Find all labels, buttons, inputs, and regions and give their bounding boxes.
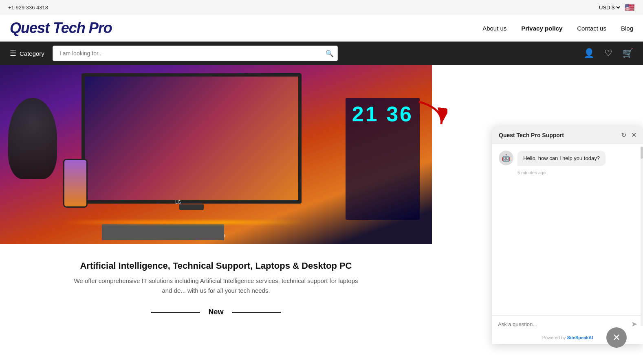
divider-line-right (232, 312, 281, 313)
chat-timestamp: 5 minutes ago (517, 170, 636, 175)
category-label: Category (20, 50, 44, 57)
chat-scrollbar[interactable] (641, 147, 643, 326)
nav-about[interactable]: About us (482, 25, 506, 32)
main-content: Artificial Intelligence, Technical Suppo… (0, 244, 432, 329)
nav-privacy[interactable]: Privacy policy (521, 25, 562, 32)
category-button[interactable]: ☰ Category (10, 49, 44, 58)
section-new-label: New (208, 308, 223, 316)
phone-number: +1 929 336 4318 (8, 4, 48, 11)
chat-bot-avatar: 🤖 (499, 151, 513, 165)
search-icon: 🔍 (326, 50, 334, 57)
chat-widget: Quest Tech Pro Support ↻ ✕ 🤖 Hello, how … (492, 126, 643, 344)
search-wrapper: 🔍 (53, 46, 338, 61)
bot-emoji: 🤖 (502, 153, 511, 162)
main-nav: About us Privacy policy Contact us Blog (482, 25, 633, 32)
chat-input[interactable] (498, 321, 628, 327)
chat-close-button[interactable]: ✕ (631, 131, 636, 139)
currency-select[interactable]: USD $ (597, 4, 621, 11)
nav-contact[interactable]: Contact us (577, 25, 606, 32)
chat-body: 🤖 Hello, how can I help you today? 5 min… (492, 144, 643, 315)
hero-section: LG 21 36 (0, 65, 643, 244)
hero-banner: LG 21 36 (0, 65, 432, 244)
flag-icon: 🇺🇸 (625, 2, 635, 12)
top-bar: +1 929 336 4318 USD $ 🇺🇸 (0, 0, 643, 15)
hamburger-icon: ☰ (10, 49, 16, 58)
monitor-area: LG 21 36 (0, 65, 432, 244)
chat-refresh-button[interactable]: ↻ (621, 131, 626, 139)
chat-header: Quest Tech Pro Support ↻ ✕ (492, 126, 643, 144)
search-button[interactable]: 🔍 (326, 50, 334, 57)
user-icon[interactable]: 👤 (584, 48, 595, 59)
site-logo[interactable]: Quest Tech Pro (10, 20, 112, 37)
search-input[interactable] (53, 46, 338, 61)
hero-background: LG 21 36 (0, 65, 432, 244)
wishlist-icon[interactable]: ♡ (604, 48, 612, 59)
main-description: We offer comprehensive IT solutions incl… (73, 276, 359, 296)
chat-scrollbar-thumb (641, 147, 643, 159)
sitespeak-link[interactable]: SiteSpeakAI (567, 335, 593, 340)
chat-header-icons: ↻ ✕ (621, 131, 636, 139)
top-bar-right: USD $ 🇺🇸 (597, 2, 635, 12)
main-title: Artificial Intelligence, Technical Suppo… (8, 261, 424, 271)
chat-send-button[interactable]: ➤ (631, 320, 637, 329)
nav-blog[interactable]: Blog (621, 25, 633, 32)
header-icons: 👤 ♡ 🛒 (584, 48, 633, 59)
chat-bubble: Hello, how can I help you today? (517, 151, 606, 166)
section-divider: New (8, 308, 424, 316)
site-header: Quest Tech Pro About us Privacy policy C… (0, 15, 643, 42)
divider-line-left (151, 312, 200, 313)
floating-close-icon: ✕ (612, 332, 621, 343)
cart-icon[interactable]: 🛒 (622, 48, 633, 59)
send-icon: ➤ (631, 320, 637, 328)
clock-display: 21 36 (346, 98, 420, 220)
chat-message-row: 🤖 Hello, how can I help you today? (499, 151, 636, 166)
search-bar-section: ☰ Category 🔍 👤 ♡ 🛒 (0, 42, 643, 65)
chat-title: Quest Tech Pro Support (499, 132, 564, 138)
floating-close-button[interactable]: ✕ (606, 327, 627, 348)
